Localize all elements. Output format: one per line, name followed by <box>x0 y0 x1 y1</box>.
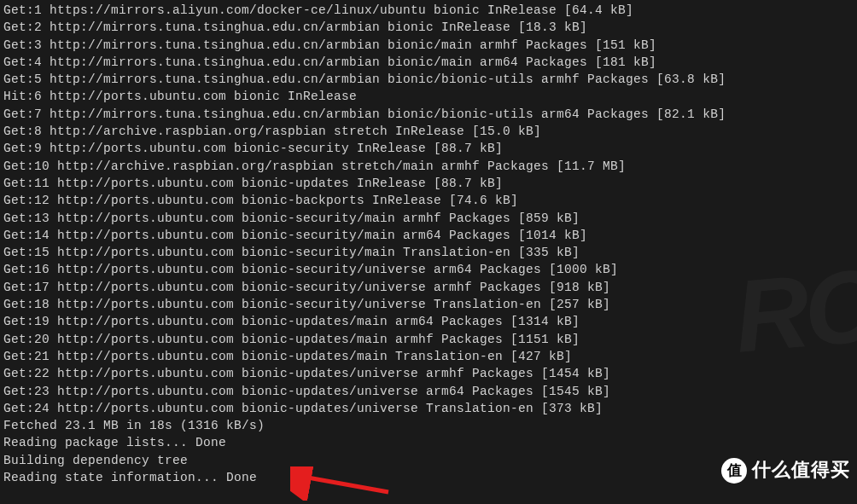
terminal-line: Get:23 http://ports.ubuntu.com bionic-up… <box>3 383 854 400</box>
terminal-line: Get:24 http://ports.ubuntu.com bionic-up… <box>3 400 854 417</box>
terminal-line: Get:7 http://mirrors.tuna.tsinghua.edu.c… <box>3 106 854 123</box>
terminal-line: Get:9 http://ports.ubuntu.com bionic-sec… <box>3 140 854 157</box>
brand-watermark: 值 什么值得买 <box>721 457 850 484</box>
terminal-line: Get:21 http://ports.ubuntu.com bionic-up… <box>3 348 854 365</box>
terminal-line: Get:20 http://ports.ubuntu.com bionic-up… <box>3 331 854 348</box>
terminal-line: Get:19 http://ports.ubuntu.com bionic-up… <box>3 313 854 330</box>
terminal-line: Get:4 http://mirrors.tuna.tsinghua.edu.c… <box>3 54 854 71</box>
terminal-line: Get:16 http://ports.ubuntu.com bionic-se… <box>3 261 854 278</box>
brand-badge-icon: 值 <box>721 458 747 484</box>
terminal-line: Get:22 http://ports.ubuntu.com bionic-up… <box>3 365 854 382</box>
terminal-line: Get:17 http://ports.ubuntu.com bionic-se… <box>3 279 854 296</box>
brand-text: 什么值得买 <box>752 457 850 484</box>
terminal-line: Get:5 http://mirrors.tuna.tsinghua.edu.c… <box>3 71 854 88</box>
terminal-output: Get:1 https://mirrors.aliyun.com/docker-… <box>3 2 854 486</box>
terminal-line: Get:10 http://archive.raspbian.org/raspb… <box>3 158 854 175</box>
terminal-line: Reading package lists... Done <box>3 434 854 451</box>
terminal-line: Get:1 https://mirrors.aliyun.com/docker-… <box>3 2 854 19</box>
terminal-line: Hit:6 http://ports.ubuntu.com bionic InR… <box>3 88 854 105</box>
terminal-line: Get:8 http://archive.raspbian.org/raspbi… <box>3 123 854 140</box>
terminal-line: Get:12 http://ports.ubuntu.com bionic-ba… <box>3 192 854 209</box>
terminal-line: Get:18 http://ports.ubuntu.com bionic-se… <box>3 296 854 313</box>
terminal-line: Get:14 http://ports.ubuntu.com bionic-se… <box>3 227 854 244</box>
terminal-line: Get:15 http://ports.ubuntu.com bionic-se… <box>3 244 854 261</box>
terminal-line: Get:3 http://mirrors.tuna.tsinghua.edu.c… <box>3 37 854 54</box>
terminal-line: Fetched 23.1 MB in 18s (1316 kB/s) <box>3 417 854 434</box>
terminal-line: Get:13 http://ports.ubuntu.com bionic-se… <box>3 210 854 227</box>
terminal-line: Get:2 http://mirrors.tuna.tsinghua.edu.c… <box>3 19 854 36</box>
terminal-line: Get:11 http://ports.ubuntu.com bionic-up… <box>3 175 854 192</box>
